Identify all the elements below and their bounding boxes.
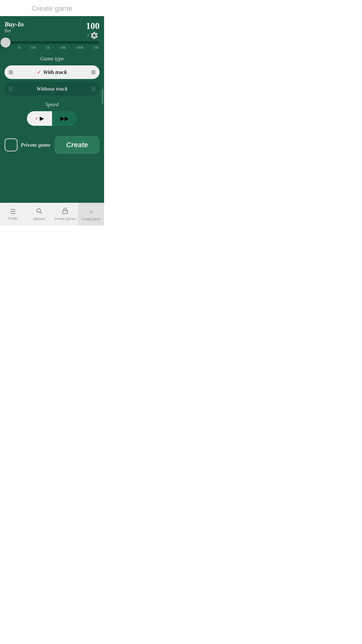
private-game-checkbox[interactable] <box>5 138 18 151</box>
nav-profile[interactable]: ☰ Profile <box>0 203 26 225</box>
svg-rect-2 <box>63 211 68 214</box>
private-game-group: Private game <box>5 138 51 151</box>
nav-create-game[interactable]: + Create game <box>78 203 104 225</box>
profile-icon: ☰ <box>10 208 16 216</box>
game-option-without-track[interactable]: ⊞ Without track ⊞ <box>5 82 100 96</box>
nav-create-game-label: Create game <box>82 217 101 221</box>
speed-normal-btn[interactable]: ✓ ▶ <box>27 111 52 126</box>
buyin-label: Buy-In <box>5 21 24 28</box>
scrollbar-hint <box>102 89 103 104</box>
slider-label-1k: 1K <box>46 46 50 50</box>
game-option-with-track[interactable]: ⊞ ✓ With track ⊞ <box>5 65 100 79</box>
speed-normal-check: ✓ <box>35 116 39 121</box>
slider-thumb[interactable] <box>1 37 11 48</box>
no-track-icon-left: ⊞ <box>9 86 13 92</box>
speed-fast-icon: ▶▶ <box>60 115 69 122</box>
svg-line-1 <box>40 212 42 214</box>
slider-label-100: 100 <box>31 46 36 50</box>
slider-track[interactable] <box>5 41 100 44</box>
page-title: Create game <box>32 5 72 12</box>
slider-labels: 1 10 100 1K 10K 100K 1M <box>5 46 100 50</box>
nav-profile-label: Profile <box>8 217 18 220</box>
plus-icon: + <box>89 208 93 216</box>
svg-point-0 <box>37 209 41 212</box>
gear-subval: 1 <box>87 33 89 37</box>
header: Create game <box>0 0 104 16</box>
with-track-label: With track <box>43 69 67 75</box>
slider-label-1m: 1M <box>94 46 99 50</box>
create-button[interactable]: Create <box>55 136 100 154</box>
with-track-check: ✓ <box>37 69 41 75</box>
bet-label: Bet <box>5 28 24 33</box>
speed-title: Speed <box>5 101 100 108</box>
buyin-right: 100 1 <box>86 21 100 40</box>
buyin-header: Buy-In Bet 100 1 <box>5 21 100 40</box>
buyin-left: Buy-In Bet <box>5 21 24 37</box>
track-icon-right: ⊞ <box>91 69 96 75</box>
bet-slider-container: 1 10 100 1K 10K 100K 1M <box>5 41 100 50</box>
bottom-nav: ☰ Profile Opened Private games + Create … <box>0 203 104 225</box>
slider-label-10: 10 <box>17 46 21 50</box>
nav-opened[interactable]: Opened <box>26 203 52 225</box>
nav-private-games[interactable]: Private games <box>52 203 78 225</box>
game-type-title: Game type <box>5 55 100 62</box>
main-content: Buy-In Bet 100 1 1 10 100 1K 10K 100K 1M <box>0 16 104 203</box>
bottom-actions: Private game Create <box>5 136 100 154</box>
gear-icon[interactable] <box>90 31 99 40</box>
nav-opened-label: Opened <box>33 217 45 221</box>
track-icon-left: ⊞ <box>9 69 13 75</box>
slider-label-100k: 100K <box>76 46 84 50</box>
private-game-label: Private game <box>21 142 51 148</box>
slider-label-10k: 10K <box>60 46 66 50</box>
speed-toggle: ✓ ▶ ▶▶ <box>27 111 77 126</box>
search-icon <box>36 208 42 216</box>
nav-private-games-label: Private games <box>55 217 75 221</box>
buyin-value: 100 <box>86 21 100 31</box>
speed-fast-btn[interactable]: ▶▶ <box>52 111 77 126</box>
no-track-icon-right: ⊞ <box>91 86 96 92</box>
without-track-label: Without track <box>36 86 68 92</box>
lock-icon <box>62 208 68 216</box>
speed-normal-icon: ▶ <box>40 115 44 122</box>
